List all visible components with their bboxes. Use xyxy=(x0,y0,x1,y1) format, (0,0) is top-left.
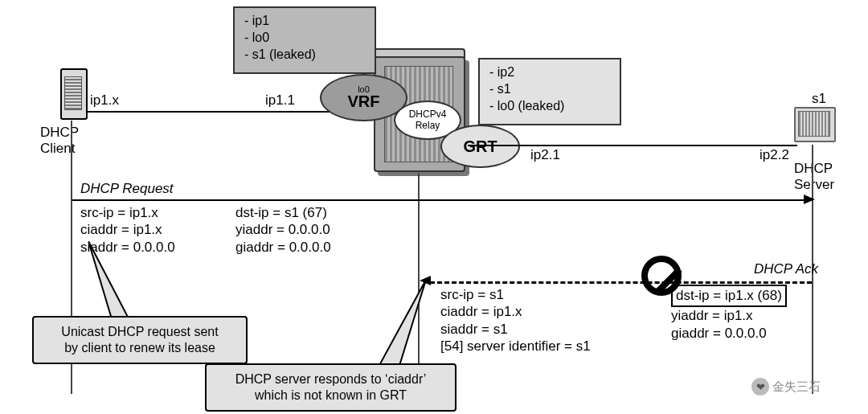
grt-route-1: - ip2 xyxy=(489,64,610,81)
ack-col1: src-ip = s1 ciaddr = ip1.x siaddr = s1 [… xyxy=(440,286,591,355)
watermark-text: 金失三石 xyxy=(772,379,821,395)
svg-marker-0 xyxy=(88,241,130,322)
watermark-icon: ❤ xyxy=(751,378,769,396)
grt-route-3: - lo0 (leaked) xyxy=(489,98,610,115)
grt-route-2: - s1 xyxy=(489,81,610,98)
ack-c2l3: giaddr = 0.0.0.0 xyxy=(671,325,787,342)
ack-c1l2: ciaddr = ip1.x xyxy=(440,303,591,320)
server-callout-l1: DHCP server responds to ‘ciaddr’ xyxy=(216,371,445,387)
dhcp-client-panel xyxy=(64,76,82,110)
server-callout: DHCP server responds to ‘ciaddr’ which i… xyxy=(205,363,457,412)
dhcp-ack-title: DHCP Ack xyxy=(754,261,818,277)
dhcp-request-title: DHCP Request xyxy=(80,181,174,197)
server-callout-l2: which is not known in GRT xyxy=(216,387,445,404)
seq-arrow-request xyxy=(72,199,804,201)
ack-c1l1: src-ip = s1 xyxy=(440,286,591,303)
vrf-route-2: - lo0 xyxy=(244,30,365,47)
req-c1l2: ciaddr = ip1.x xyxy=(80,221,175,238)
dhcp-client-title1: DHCP xyxy=(40,125,79,141)
ack-dstip-box: dst-ip = ip1.x (68) xyxy=(671,285,787,307)
client-callout-l1: Unicast DHCP request sent xyxy=(43,324,236,340)
client-callout-pointer xyxy=(88,241,137,322)
req-c2l3: giaddr = 0.0.0.0 xyxy=(235,239,331,256)
vrf-routes-box: - ip1 - lo0 - s1 (leaked) xyxy=(233,6,376,74)
link-router-server xyxy=(468,145,797,146)
server-callout-pointer xyxy=(378,280,434,368)
ack-c1l3: siaddr = s1 xyxy=(440,321,591,338)
req-c2l2: yiaddr = 0.0.0.0 xyxy=(235,221,331,238)
client-callout-l2: by client to renew its lease xyxy=(43,340,236,356)
req-c2l1: dst-ip = s1 (67) xyxy=(235,204,331,221)
seq-arrow-ack xyxy=(430,281,812,284)
client-callout: Unicast DHCP request sent by client to r… xyxy=(32,316,248,364)
dhcp-server-title2: Server xyxy=(794,177,834,193)
dhcp-server-panel xyxy=(798,111,830,137)
relay-label2: Relay xyxy=(416,121,440,131)
req-c1l1: src-ip = ip1.x xyxy=(80,204,175,221)
vrf-label-text: VRF xyxy=(348,92,380,111)
ack-col2: dst-ip = ip1.x (68) yiaddr = ip1.x giadd… xyxy=(671,285,787,342)
relay-label1: DHCPv4 xyxy=(409,109,447,120)
router-left-ip: ip1.1 xyxy=(265,92,295,109)
grt-label-text: GRT xyxy=(463,137,497,156)
router-right-ip: ip2.1 xyxy=(530,147,560,163)
watermark: ❤ 金失三石 xyxy=(751,378,821,396)
grt-routes-box: - ip2 - s1 - lo0 (leaked) xyxy=(478,58,621,125)
client-ip-label: ip1.x xyxy=(90,92,119,109)
server-ip-label: ip2.2 xyxy=(760,147,789,163)
dhcp-client-title2: Client xyxy=(40,141,75,157)
server-name-label: s1 xyxy=(812,91,826,107)
ack-c1l4: [54] server identifier = s1 xyxy=(440,338,591,355)
req-col2: dst-ip = s1 (67) yiaddr = 0.0.0.0 giaddr… xyxy=(235,204,331,256)
vrf-route-3: - s1 (leaked) xyxy=(244,47,365,64)
grt-ellipse: GRT xyxy=(440,125,520,168)
dhcp-server-title1: DHCP xyxy=(794,161,833,177)
ack-c2l2: yiaddr = ip1.x xyxy=(671,307,787,325)
seq-arrow-request-head xyxy=(804,195,815,204)
svg-marker-1 xyxy=(378,280,426,368)
vrf-route-1: - ip1 xyxy=(244,13,365,30)
